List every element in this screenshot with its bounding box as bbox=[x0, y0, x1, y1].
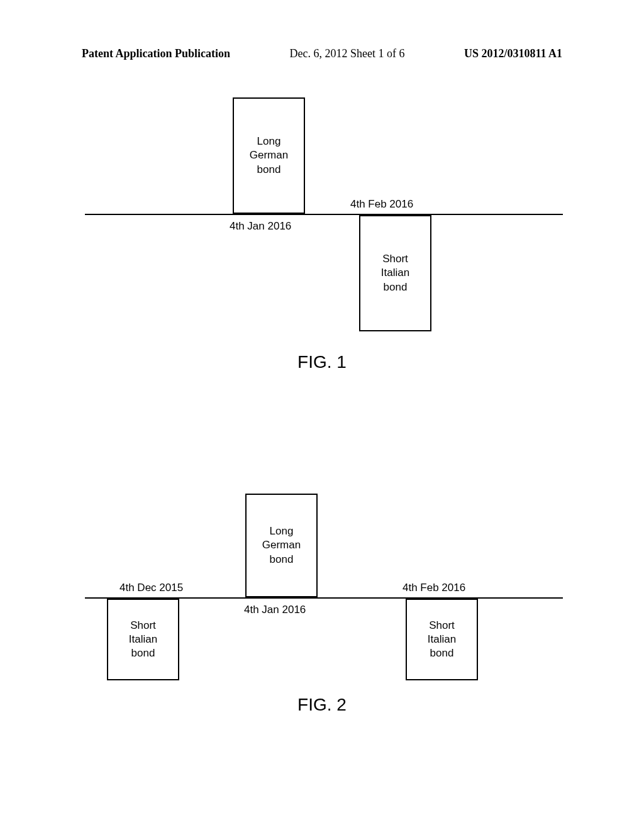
timeline-axis bbox=[85, 214, 563, 215]
date-label-dec-2015: 4th Dec 2015 bbox=[119, 582, 183, 594]
date-label-jan-2016: 4th Jan 2016 bbox=[230, 220, 291, 233]
date-sheet-label: Dec. 6, 2012 Sheet 1 of 6 bbox=[290, 47, 405, 60]
publication-label: Patent Application Publication bbox=[82, 47, 230, 60]
long-german-bond-box: LongGermanbond bbox=[233, 97, 305, 214]
date-label-feb-2016: 4th Feb 2016 bbox=[402, 582, 465, 594]
date-label-feb-2016: 4th Feb 2016 bbox=[350, 198, 413, 211]
document-header: Patent Application Publication Dec. 6, 2… bbox=[0, 47, 644, 60]
timeline-axis-right bbox=[245, 597, 563, 599]
bond-label: ShortItalianbond bbox=[129, 619, 157, 660]
bond-label: ShortItalianbond bbox=[381, 252, 409, 294]
figure-1: LongGermanbond ShortItalianbond 4th Jan … bbox=[0, 97, 644, 393]
figure-caption: FIG. 1 bbox=[297, 352, 347, 372]
short-italian-bond-box: ShortItalianbond bbox=[359, 215, 431, 331]
figure-caption: FIG. 2 bbox=[297, 695, 347, 715]
figure-2: LongGermanbond ShortItalianbond ShortIta… bbox=[0, 434, 644, 729]
bond-label: ShortItalianbond bbox=[428, 619, 456, 660]
short-italian-bond-box-right: ShortItalianbond bbox=[406, 599, 478, 680]
date-label-jan-2016: 4th Jan 2016 bbox=[244, 604, 306, 616]
short-italian-bond-box-left: ShortItalianbond bbox=[107, 599, 179, 680]
bond-label: LongGermanbond bbox=[262, 524, 301, 566]
bond-label: LongGermanbond bbox=[250, 135, 288, 176]
long-german-bond-box: LongGermanbond bbox=[245, 494, 318, 597]
patent-number: US 2012/0310811 A1 bbox=[464, 47, 562, 60]
